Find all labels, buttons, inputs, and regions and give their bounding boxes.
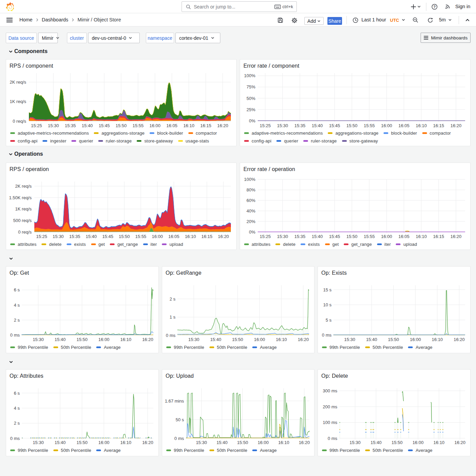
svg-text:0%: 0% bbox=[249, 118, 255, 123]
svg-text:16:10: 16:10 bbox=[120, 440, 132, 445]
svg-text:15:30: 15:30 bbox=[188, 337, 200, 342]
svg-text:16:20: 16:20 bbox=[455, 440, 466, 445]
svg-text:0 ms: 0 ms bbox=[166, 333, 176, 338]
svg-text:16:05: 16:05 bbox=[398, 234, 410, 239]
svg-text:15:50: 15:50 bbox=[388, 337, 399, 342]
svg-text:15:45: 15:45 bbox=[99, 123, 110, 128]
svg-text:16:15: 16:15 bbox=[433, 234, 444, 239]
svg-text:16:20: 16:20 bbox=[218, 234, 229, 239]
svg-text:15:40: 15:40 bbox=[312, 234, 323, 239]
svg-text:15:25: 15:25 bbox=[31, 123, 42, 128]
svg-text:5 s: 5 s bbox=[326, 318, 332, 323]
svg-text:16:10: 16:10 bbox=[120, 337, 132, 342]
svg-text:16:05: 16:05 bbox=[168, 234, 180, 239]
svg-text:2 s: 2 s bbox=[14, 421, 20, 426]
svg-text:16:20: 16:20 bbox=[217, 123, 228, 128]
svg-text:6 s: 6 s bbox=[14, 287, 20, 292]
svg-text:6 s: 6 s bbox=[14, 391, 20, 396]
svg-text:16:10: 16:10 bbox=[278, 440, 289, 445]
svg-text:15:50: 15:50 bbox=[237, 440, 248, 445]
svg-text:15:45: 15:45 bbox=[329, 123, 340, 128]
svg-text:80%: 80% bbox=[247, 187, 255, 192]
svg-text:200 ms: 200 ms bbox=[323, 404, 337, 409]
svg-text:15:55: 15:55 bbox=[364, 234, 375, 239]
svg-text:15:50: 15:50 bbox=[346, 234, 358, 239]
svg-text:16:20: 16:20 bbox=[142, 440, 153, 445]
svg-text:15:40: 15:40 bbox=[210, 337, 221, 342]
svg-text:20%: 20% bbox=[247, 219, 255, 224]
svg-text:1.67 mins: 1.67 mins bbox=[165, 398, 184, 404]
svg-text:10 s: 10 s bbox=[323, 302, 332, 307]
svg-text:15:50: 15:50 bbox=[119, 234, 130, 239]
svg-text:100 ms: 100 ms bbox=[323, 420, 337, 425]
svg-text:15:55: 15:55 bbox=[133, 123, 144, 128]
svg-text:16:20: 16:20 bbox=[454, 337, 465, 342]
svg-text:15:55: 15:55 bbox=[364, 123, 375, 128]
svg-text:15:50: 15:50 bbox=[76, 440, 88, 445]
svg-text:15:35: 15:35 bbox=[65, 123, 76, 128]
svg-text:16:10: 16:10 bbox=[416, 234, 427, 239]
svg-text:15:30: 15:30 bbox=[33, 337, 44, 342]
svg-text:0 ms: 0 ms bbox=[328, 436, 338, 441]
svg-text:0 ms: 0 ms bbox=[322, 333, 332, 338]
svg-text:15:40: 15:40 bbox=[217, 440, 228, 445]
svg-text:2K req/s: 2K req/s bbox=[10, 80, 27, 85]
svg-text:15:45: 15:45 bbox=[102, 234, 114, 239]
svg-text:16:10: 16:10 bbox=[434, 440, 445, 445]
svg-text:2K req/s: 2K req/s bbox=[15, 184, 32, 189]
svg-text:15:30: 15:30 bbox=[48, 123, 59, 128]
svg-text:0%: 0% bbox=[249, 230, 255, 235]
svg-text:0 ms: 0 ms bbox=[10, 333, 20, 338]
svg-text:16:20: 16:20 bbox=[451, 123, 462, 128]
svg-text:60%: 60% bbox=[247, 198, 255, 203]
svg-text:2 s: 2 s bbox=[170, 296, 176, 302]
svg-text:16:00: 16:00 bbox=[98, 337, 109, 342]
svg-text:15:40: 15:40 bbox=[55, 440, 66, 445]
svg-text:15:55: 15:55 bbox=[135, 234, 147, 239]
svg-text:15:50: 15:50 bbox=[76, 337, 88, 342]
svg-text:16:10: 16:10 bbox=[432, 337, 443, 342]
svg-text:15:50: 15:50 bbox=[391, 440, 403, 445]
svg-text:15:30: 15:30 bbox=[344, 337, 355, 342]
svg-text:15:40: 15:40 bbox=[82, 123, 93, 128]
svg-text:15:25: 15:25 bbox=[36, 234, 47, 239]
svg-text:15:30: 15:30 bbox=[277, 234, 288, 239]
svg-text:16:10: 16:10 bbox=[183, 123, 194, 128]
svg-text:16:10: 16:10 bbox=[416, 123, 427, 128]
svg-text:4 s: 4 s bbox=[14, 303, 20, 308]
svg-text:15:45: 15:45 bbox=[329, 234, 340, 239]
svg-text:15:50: 15:50 bbox=[346, 123, 358, 128]
svg-text:15:30: 15:30 bbox=[33, 440, 44, 445]
svg-text:1K req/s: 1K req/s bbox=[10, 99, 27, 104]
svg-text:16:20: 16:20 bbox=[451, 234, 462, 239]
svg-text:1 s: 1 s bbox=[170, 314, 176, 320]
svg-text:50%: 50% bbox=[247, 96, 255, 101]
svg-text:16:00: 16:00 bbox=[258, 440, 269, 445]
svg-text:16:15: 16:15 bbox=[201, 234, 213, 239]
svg-text:15:30: 15:30 bbox=[350, 440, 361, 445]
svg-text:15:50: 15:50 bbox=[116, 123, 127, 128]
svg-text:16:00: 16:00 bbox=[381, 234, 392, 239]
svg-text:15:25: 15:25 bbox=[260, 234, 271, 239]
svg-text:40%: 40% bbox=[247, 208, 255, 214]
svg-text:0 req/s: 0 req/s bbox=[18, 230, 32, 235]
svg-text:500 req/s: 500 req/s bbox=[13, 218, 32, 223]
svg-text:100%: 100% bbox=[244, 177, 256, 182]
svg-text:16:15: 16:15 bbox=[200, 123, 211, 128]
svg-text:15:40: 15:40 bbox=[86, 234, 97, 239]
svg-text:16:10: 16:10 bbox=[185, 234, 196, 239]
svg-text:15:30: 15:30 bbox=[196, 440, 207, 445]
svg-text:16:00: 16:00 bbox=[98, 440, 109, 445]
svg-text:15:40: 15:40 bbox=[366, 337, 377, 342]
svg-text:15:40: 15:40 bbox=[312, 123, 323, 128]
svg-text:?: ? bbox=[434, 5, 436, 9]
svg-text:15:40: 15:40 bbox=[371, 440, 382, 445]
svg-text:15:35: 15:35 bbox=[69, 234, 80, 239]
svg-text:0 ms: 0 ms bbox=[174, 436, 184, 441]
svg-text:75%: 75% bbox=[247, 84, 255, 89]
svg-text:100%: 100% bbox=[244, 73, 256, 78]
svg-text:2 s: 2 s bbox=[14, 318, 20, 323]
svg-text:15 s: 15 s bbox=[323, 287, 332, 292]
svg-text:15:40: 15:40 bbox=[55, 337, 66, 342]
svg-text:0 req/s: 0 req/s bbox=[13, 119, 26, 124]
